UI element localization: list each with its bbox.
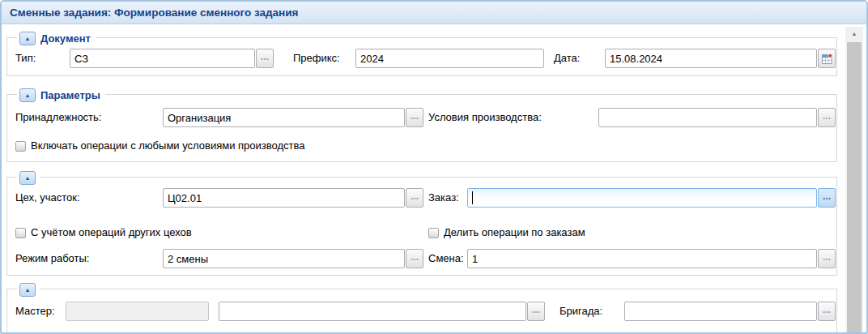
order-lookup-button[interactable]: ...	[818, 188, 836, 208]
collapse-parameters-button[interactable]: ▲	[19, 88, 36, 102]
belonging-field: ...	[163, 108, 423, 127]
order-field: ...	[467, 188, 836, 208]
collapse-document-button[interactable]: ▲	[19, 32, 36, 45]
order-label: Заказ:	[428, 188, 459, 208]
split-orders-checkbox[interactable]	[428, 228, 439, 238]
prefix-field	[355, 49, 544, 68]
ellipsis-icon: ...	[411, 251, 419, 263]
scrollbar-thumb[interactable]	[847, 42, 862, 334]
ellipsis-icon: ...	[411, 191, 419, 202]
split-orders-checkbox-label: Делить операции по заказам	[444, 226, 585, 239]
collapse-arrow-icon: ▲	[25, 36, 31, 41]
window-title: Сменные задания: Формирование сменного з…	[10, 6, 298, 19]
master-lookup-button[interactable]: ...	[527, 302, 545, 321]
text-caret	[472, 191, 473, 204]
belonging-lookup-button[interactable]: ...	[406, 108, 423, 127]
belonging-input[interactable]	[163, 108, 405, 127]
date-input[interactable]	[605, 49, 817, 68]
section-parameters: ▲ Параметры Принадлежность: ... Условия …	[6, 94, 837, 162]
collapse-arrow-icon: ▲	[25, 92, 31, 98]
brigade-field: ...	[624, 302, 836, 321]
shift-lookup-button[interactable]: ...	[818, 249, 836, 268]
work-mode-label: Режим работы:	[15, 249, 89, 268]
type-field: ...	[70, 49, 274, 68]
master-code-input	[66, 302, 209, 321]
master-name-field: ...	[219, 302, 545, 321]
brigade-input[interactable]	[624, 302, 817, 321]
other-workshops-checkbox-row: С учётом операций других цехов	[15, 226, 192, 239]
master-label: Мастер:	[15, 302, 55, 321]
type-lookup-button[interactable]: ...	[256, 49, 274, 68]
any-conditions-checkbox[interactable]	[15, 141, 26, 152]
collapse-arrow-icon: ▲	[25, 175, 31, 181]
collapse-master-button[interactable]: ▲	[19, 283, 36, 297]
brigade-label: Бригада:	[560, 302, 602, 321]
master-code-field	[66, 302, 209, 321]
ellipsis-icon: ...	[823, 304, 831, 315]
conditions-input[interactable]	[598, 108, 817, 127]
shift-label: Смена:	[428, 249, 464, 268]
workshop-label: Цех, участок:	[15, 188, 80, 208]
shift-task-window: Сменные задания: Формирование сменного з…	[0, 0, 868, 334]
calendar-icon	[822, 54, 832, 64]
master-name-input[interactable]	[219, 302, 526, 321]
ellipsis-icon: ...	[823, 110, 831, 122]
shift-input[interactable]	[467, 249, 817, 268]
scroll-up-arrow-icon: ▲	[852, 31, 857, 36]
type-label: Тип:	[15, 49, 36, 68]
conditions-field: ...	[598, 108, 836, 127]
brigade-lookup-button[interactable]: ...	[818, 302, 836, 321]
order-input[interactable]	[467, 188, 817, 208]
section-document-title: Документ	[40, 32, 91, 45]
conditions-lookup-button[interactable]: ...	[818, 108, 836, 127]
section-workshop-legend: ▲	[17, 169, 40, 186]
date-field	[605, 49, 836, 68]
shift-field: ...	[467, 249, 836, 268]
any-conditions-checkbox-row: Включать операции с любыми условиями про…	[15, 139, 305, 152]
workshop-input[interactable]	[163, 188, 405, 208]
other-workshops-checkbox[interactable]	[15, 228, 26, 238]
split-orders-checkbox-row: Делить операции по заказам	[428, 226, 585, 239]
vertical-scrollbar[interactable]: ▲	[845, 27, 863, 332]
work-mode-input[interactable]	[163, 249, 405, 268]
ellipsis-icon: ...	[261, 51, 269, 62]
collapse-arrow-icon: ▲	[25, 287, 31, 293]
prefix-input[interactable]	[355, 49, 544, 68]
prefix-label: Префикс:	[293, 49, 340, 68]
section-document-legend: ▲ Документ	[17, 30, 96, 46]
workshop-lookup-button[interactable]: ...	[406, 188, 423, 208]
belonging-label: Принадлежность:	[15, 108, 101, 127]
ellipsis-icon: ...	[532, 304, 540, 315]
window-titlebar[interactable]: Сменные задания: Формирование сменного з…	[2, 2, 866, 24]
conditions-label: Условия производства:	[428, 108, 542, 127]
section-parameters-title: Параметры	[40, 89, 100, 101]
other-workshops-checkbox-label: С учётом операций других цехов	[31, 226, 192, 239]
ellipsis-icon: ...	[823, 191, 831, 202]
section-parameters-legend: ▲ Параметры	[17, 87, 105, 103]
work-mode-field: ...	[163, 249, 423, 268]
section-master: ▲ Мастер: ... Бригада: ...	[6, 289, 837, 334]
ellipsis-icon: ...	[411, 110, 419, 122]
section-master-legend: ▲	[17, 281, 40, 298]
collapse-workshop-button[interactable]: ▲	[19, 171, 36, 185]
date-label: Дата:	[554, 49, 580, 68]
any-conditions-checkbox-label: Включать операции с любыми условиями про…	[31, 139, 305, 152]
work-mode-lookup-button[interactable]: ...	[406, 249, 423, 268]
type-input[interactable]	[70, 49, 255, 68]
date-picker-button[interactable]	[818, 49, 836, 68]
ellipsis-icon: ...	[823, 251, 831, 263]
workshop-field: ...	[163, 188, 423, 208]
section-workshop: ▲ Цех, участок: ... Заказ: ... С учётом …	[6, 177, 837, 276]
scroll-up-button[interactable]: ▲	[845, 27, 863, 41]
section-document: ▲ Документ Тип: ... Префикс: Дата:	[6, 37, 837, 76]
